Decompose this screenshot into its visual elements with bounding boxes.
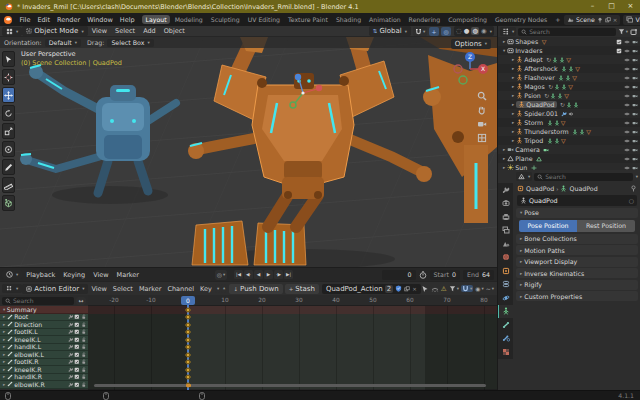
outliner-row-shapes[interactable]: ▸ Shapes ▽ [498, 37, 640, 46]
lock-open-icon[interactable] [81, 352, 87, 358]
lock-open-icon[interactable] [81, 382, 87, 388]
timeline-menu-view[interactable]: View [89, 271, 112, 279]
pan-hand-icon[interactable] [477, 105, 487, 115]
options-dropdown[interactable]: Options▾ [451, 39, 491, 49]
eye-icon[interactable] [624, 48, 630, 54]
wrench-gray-icon[interactable] [68, 352, 74, 358]
tool-add-primitive[interactable] [2, 195, 15, 211]
channel-caret[interactable]: ▸ [3, 329, 5, 334]
camera-icon[interactable] [632, 48, 638, 54]
fake-user-shield-icon[interactable] [395, 285, 402, 292]
menu-help[interactable]: Help [116, 16, 138, 24]
channel-caret[interactable]: ▸ [3, 337, 5, 342]
dopesheet-menu-key[interactable]: Key [197, 285, 215, 293]
snap-toggle[interactable]: ▾ [413, 27, 427, 36]
layer-prev-button[interactable]: ▾ [215, 284, 220, 293]
armature-name-field[interactable]: QuadPod ○ [517, 195, 637, 206]
wrench-gray-icon[interactable] [68, 337, 74, 343]
outliner-row-flashover[interactable]: ▸ Flashover ▽ [498, 73, 640, 82]
action-name-field[interactable]: QuadPod_Action 2 × [322, 284, 421, 294]
camera-icon[interactable] [632, 138, 638, 144]
properties-tab-output[interactable] [498, 210, 513, 224]
navigation-gizmo[interactable]: Z X [451, 50, 489, 90]
lock-open-icon[interactable] [81, 344, 87, 350]
eye-icon[interactable] [624, 39, 630, 45]
viewlayer-selector[interactable]: ViewLayer × [623, 15, 640, 25]
jump-end-button[interactable]: ▶| [284, 270, 293, 279]
menu-file[interactable]: File [16, 16, 34, 24]
tool-rotate[interactable] [2, 105, 15, 121]
channel-caret[interactable]: ▸ [3, 352, 5, 357]
close-button[interactable]: × [621, 0, 640, 13]
tool-transform[interactable] [2, 141, 15, 157]
shading-wireframe-button[interactable]: ◌ [456, 27, 462, 35]
channel-handik-l[interactable]: ▸ handIK.L [0, 344, 88, 352]
proportional-edit-dropdown[interactable]: ◉▾ [475, 285, 484, 292]
channel-root[interactable]: ▸ Root [0, 314, 88, 322]
frame-end-field[interactable]: End64 [463, 270, 494, 280]
outliner-row-invaders[interactable]: ▾ Invaders [498, 46, 640, 55]
outliner-search-input[interactable]: Search [518, 28, 615, 36]
action-users-count[interactable]: 2 [385, 285, 393, 293]
hidden-filter-icon[interactable] [431, 285, 439, 293]
wrench-gray-icon[interactable] [68, 314, 74, 320]
expand-caret[interactable]: ▾ [503, 48, 505, 53]
workspace-tab-modeling[interactable]: Modeling [171, 15, 206, 24]
outliner-row-camera[interactable]: ▸ Camera [498, 145, 640, 154]
expand-caret[interactable]: ▸ [512, 111, 514, 116]
expand-caret[interactable]: ▸ [512, 57, 514, 62]
eye-icon[interactable] [624, 57, 630, 63]
dopesheet-mode-selector[interactable]: Action Editor ▾ [22, 284, 88, 294]
dopesheet-menu-channel[interactable]: Channel [164, 285, 197, 293]
lock-open-icon[interactable] [81, 367, 87, 373]
expand-caret[interactable]: ▸ [512, 66, 514, 71]
channel-kneeik-l[interactable]: ▸ kneeIK.L [0, 336, 88, 344]
timeline-menu-playback[interactable]: Playback [22, 271, 59, 279]
camera-icon[interactable] [632, 39, 638, 45]
tool-annotate[interactable] [2, 159, 15, 175]
wrench-gray-icon[interactable] [68, 367, 74, 373]
expand-caret[interactable]: ▸ [512, 129, 514, 134]
lock-open-icon[interactable] [81, 359, 87, 365]
menu-window[interactable]: Window [84, 16, 117, 24]
filter-dropdown[interactable]: ▾ [449, 285, 459, 292]
eye-icon[interactable] [624, 93, 630, 99]
channel-summary[interactable]: ▾ Summary [0, 306, 88, 314]
eye-icon[interactable] [624, 111, 630, 117]
panel-viewport-display[interactable]: ▸Viewport Display [516, 257, 638, 267]
panel-custom-properties[interactable]: ▸Custom Properties [516, 291, 638, 301]
editor-type-selector[interactable]: ▾ [2, 27, 22, 36]
frame-ruler[interactable]: -20-101020304050607080 [88, 295, 497, 306]
shading-rendered-button[interactable]: ◉ [481, 27, 487, 35]
checkbox-icon[interactable] [74, 352, 80, 358]
outliner-filter-dropdown[interactable]: ▾ [618, 28, 628, 35]
properties-search-input[interactable]: Search [534, 173, 632, 181]
panel-inverse-kinematics[interactable]: ▸Inverse Kinematics [516, 268, 638, 278]
channel-footik-l[interactable]: ▸ footIK.L [0, 329, 88, 337]
scene-selector[interactable]: Scene × [564, 15, 620, 25]
shading-dropdown[interactable]: ▾ [490, 29, 492, 34]
autokey-toggle[interactable]: ◎▾ [215, 270, 227, 280]
channel-caret[interactable]: ▾ [3, 307, 5, 312]
wrench-gray-icon[interactable] [68, 374, 74, 380]
properties-tab-scene[interactable] [498, 237, 513, 251]
play-reverse-button[interactable]: ◀ [254, 270, 263, 279]
play-button[interactable]: ▶ [264, 270, 273, 279]
panel-rigify[interactable]: ▸Rigify [516, 280, 638, 290]
lock-open-icon[interactable] [81, 314, 87, 320]
properties-tab-texture[interactable] [498, 345, 513, 359]
camera-icon[interactable] [632, 93, 638, 99]
checkbox-icon[interactable] [74, 374, 80, 380]
camera-icon[interactable] [632, 102, 638, 108]
wrench-gray-icon[interactable] [68, 359, 74, 365]
outliner-row-spider-001[interactable]: ▸ Spider.001 [498, 109, 640, 118]
frame-start-field[interactable]: Start0 [430, 270, 460, 280]
new-scene-icon[interactable] [605, 17, 611, 23]
outliner-row-magos[interactable]: ▸ Magos ↻▽ [498, 82, 640, 91]
minimize-button[interactable]: – [583, 0, 602, 13]
blender-menu-icon[interactable] [3, 15, 13, 25]
checkbox-icon[interactable] [74, 329, 80, 335]
outliner-row-storm[interactable]: ▸ Storm ▽ [498, 118, 640, 127]
next-keyframe-button[interactable]: ·▶ [274, 270, 283, 279]
maximize-button[interactable]: □ [602, 0, 621, 13]
